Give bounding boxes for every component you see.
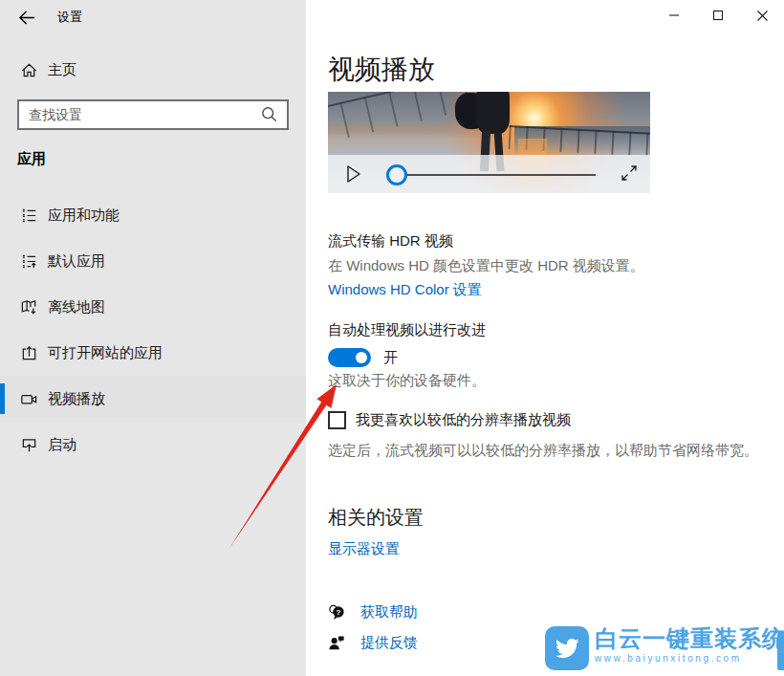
close-button[interactable] xyxy=(740,0,784,31)
close-icon xyxy=(756,10,769,22)
sidebar-item-label: 默认应用 xyxy=(48,252,105,271)
sidebar-nav: 应用和功能 默认应用 离线地图 可打开网站的应用 xyxy=(0,192,306,468)
sidebar-item-apps-features[interactable]: 应用和功能 xyxy=(0,192,306,238)
auto-process-toggle-row: 开 xyxy=(328,348,398,367)
hdr-section-label: 流式传输 HDR 视频 xyxy=(328,232,453,251)
svg-text:?: ? xyxy=(336,608,340,617)
back-arrow-icon xyxy=(18,10,36,26)
offline-maps-icon xyxy=(20,298,38,316)
lower-resolution-label: 我更喜欢以较低的分辨率播放视频 xyxy=(356,411,571,429)
get-help-row[interactable]: ? 获取帮助 xyxy=(328,603,418,621)
get-help-icon: ? xyxy=(328,603,346,621)
search-input[interactable] xyxy=(19,107,260,122)
auto-process-toggle[interactable] xyxy=(328,348,371,367)
sidebar-item-default-apps[interactable]: 默认应用 xyxy=(0,238,306,284)
video-preview xyxy=(328,92,650,193)
seek-track[interactable] xyxy=(387,174,596,176)
app-title: 设置 xyxy=(57,9,82,26)
selected-accent-bar xyxy=(0,383,5,414)
settings-window: 设置 主页 应用 应用和功能 默认应用 xyxy=(0,0,784,676)
sidebar-section-title: 应用 xyxy=(17,150,46,168)
home-icon xyxy=(20,61,38,79)
lower-resolution-row: 我更喜欢以较低的分辨率播放视频 xyxy=(328,411,571,429)
video-playback-icon xyxy=(20,390,38,408)
sidebar-item-video-playback[interactable]: 视频播放 xyxy=(0,376,306,422)
sidebar-item-label: 可打开网站的应用 xyxy=(48,344,163,362)
give-feedback-link[interactable]: 提供反馈 xyxy=(360,634,418,652)
auto-process-note: 这取决于你的设备硬件。 xyxy=(328,372,486,390)
sidebar-home-label: 主页 xyxy=(48,61,76,79)
sidebar: 设置 主页 应用 应用和功能 默认应用 xyxy=(0,0,306,676)
apps-features-icon xyxy=(20,207,38,225)
seek-thumb[interactable] xyxy=(386,164,407,185)
search-icon[interactable] xyxy=(260,105,279,124)
feedback-icon xyxy=(328,634,346,652)
hdr-section-description: 在 Windows HD 颜色设置中更改 HDR 视频设置。 xyxy=(328,257,644,275)
sidebar-item-startup[interactable]: 启动 xyxy=(0,422,306,468)
minimize-button[interactable] xyxy=(652,0,696,31)
give-feedback-row[interactable]: 提供反馈 xyxy=(328,634,418,652)
display-settings-link[interactable]: 显示器设置 xyxy=(328,540,400,558)
watermark-logo xyxy=(545,626,589,670)
minimize-icon xyxy=(668,10,680,21)
default-apps-icon xyxy=(20,252,38,271)
sidebar-item-label: 视频播放 xyxy=(48,390,105,408)
watermark-edge-bar xyxy=(777,632,784,670)
toggle-state-label: 开 xyxy=(383,349,398,367)
get-help-link[interactable]: 获取帮助 xyxy=(360,603,418,621)
sidebar-item-apps-websites[interactable]: 可打开网站的应用 xyxy=(0,330,306,376)
maximize-button[interactable] xyxy=(696,0,740,31)
lower-resolution-checkbox[interactable] xyxy=(328,411,346,429)
play-icon[interactable] xyxy=(344,164,363,185)
video-controls-bar xyxy=(328,155,650,193)
apps-for-websites-icon xyxy=(20,344,38,362)
sidebar-item-home[interactable]: 主页 xyxy=(0,54,306,86)
watermark: 白云一键重装系统 www.baiyunxitong.com xyxy=(545,626,784,670)
watermark-brand: 白云一键重装系统 xyxy=(595,626,784,651)
bird-icon xyxy=(552,633,582,664)
auto-process-label: 自动处理视频以进行改进 xyxy=(328,321,486,339)
window-controls xyxy=(652,0,784,31)
sidebar-item-offline-maps[interactable]: 离线地图 xyxy=(0,284,306,330)
sidebar-item-label: 离线地图 xyxy=(48,298,105,316)
lower-resolution-description: 选定后，流式视频可以以较低的分辨率播放，以帮助节省网络带宽。 xyxy=(328,442,758,460)
search-box xyxy=(17,99,289,130)
maximize-icon xyxy=(712,10,724,21)
sidebar-item-label: 启动 xyxy=(48,436,76,454)
back-button[interactable] xyxy=(11,5,42,30)
hd-color-settings-link[interactable]: Windows HD Color 设置 xyxy=(328,281,482,299)
watermark-text: 白云一键重装系统 www.baiyunxitong.com xyxy=(595,626,784,664)
page-title: 视频播放 xyxy=(328,52,435,88)
startup-icon xyxy=(20,436,38,454)
sidebar-item-label: 应用和功能 xyxy=(48,207,120,225)
fullscreen-icon[interactable] xyxy=(621,164,638,182)
toggle-knob xyxy=(356,352,367,363)
related-settings-title: 相关的设置 xyxy=(328,505,424,531)
main-panel: 视频播放 流式传输 HDR 视频 在 Windows HD 颜色设置中更改 HD… xyxy=(306,0,784,676)
watermark-site: www.baiyunxitong.com xyxy=(595,653,784,664)
